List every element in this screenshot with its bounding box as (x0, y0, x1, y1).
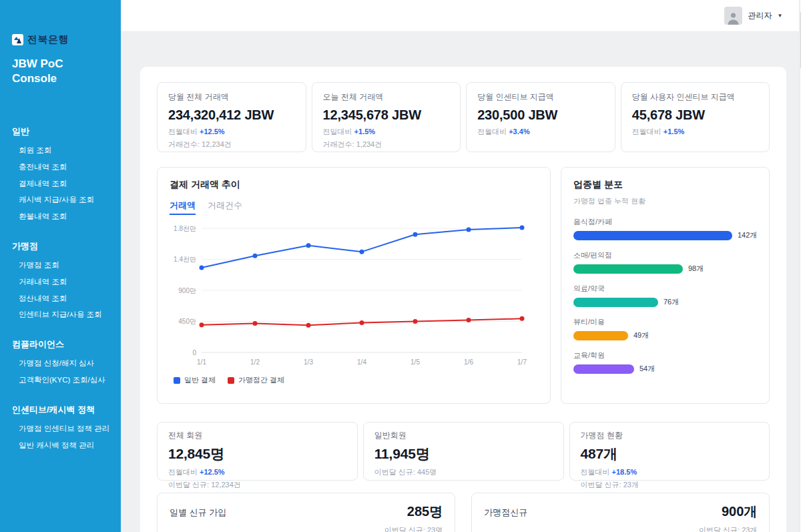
legend-item-merchant-payment: 가맹점간 결제 (228, 375, 284, 385)
nav-item-merchant-search[interactable]: 가맹점 조회 (12, 260, 111, 272)
stat-card-month-total-volume: 당월 전체 거래액 234,320,412 JBW 전월대비+12.5% 거래건… (157, 82, 306, 152)
card-value-block: 285명 이번달 신규: 23명 (384, 503, 443, 532)
svg-text:1/7: 1/7 (517, 358, 527, 366)
merchant-new-card: 가맹점신규 900개 이번달 신규: 23개 (471, 493, 770, 532)
chevron-down-icon: ▼ (777, 13, 782, 19)
card-label: 가맹점신규 (484, 503, 527, 532)
stat-change: 전일대비+1.5% (323, 127, 450, 137)
industry-bar: 98개 (573, 264, 757, 274)
industry-bar-label: 소매/편의점 (573, 250, 757, 260)
svg-text:1/6: 1/6 (464, 358, 473, 366)
nav-section-merchant: 가맹점 (12, 240, 111, 252)
card-label: 일별 신규 가입 (170, 503, 226, 532)
tab-transaction-amount[interactable]: 거래액 (170, 200, 196, 215)
stat-value: 285명 (407, 503, 443, 521)
stat-label: 당월 인센티브 지급액 (477, 91, 604, 103)
industry-bar-count: 54개 (639, 364, 655, 374)
dashboard-panel: 당월 전체 거래액 234,320,412 JBW 전월대비+12.5% 거래건… (140, 67, 786, 532)
console-title: JBW PoC Console (12, 57, 85, 87)
industry-bar-count: 76개 (663, 297, 679, 307)
industry-bar-count: 98개 (688, 264, 704, 274)
stat-change: 전월대비+18.5% (581, 467, 759, 477)
content: 당월 전체 거래액 234,320,412 JBW 전월대비+12.5% 거래건… (121, 32, 801, 532)
stat-value: 230,500 JBW (477, 107, 604, 123)
industry-bar-fill (573, 298, 658, 307)
legend-swatch-blue (174, 377, 180, 384)
nav-item-cashback-history[interactable]: 캐시백 지급/사용 조회 (12, 194, 111, 206)
industry-bar-fill (573, 364, 634, 374)
svg-text:1.4천만: 1.4천만 (174, 256, 196, 263)
stat-value: 45,678 JBW (632, 107, 759, 123)
industry-bar: 54개 (573, 364, 757, 374)
svg-text:1/5: 1/5 (411, 358, 420, 366)
tab-transaction-count[interactable]: 거래건수 (208, 200, 242, 215)
svg-text:1.8천만: 1.8천만 (174, 225, 196, 232)
nav-item-member-search[interactable]: 회원 조회 (12, 145, 111, 157)
stat-change: 전월대비+3.4% (477, 127, 604, 137)
stat-label: 가맹점 현황 (581, 430, 759, 441)
member-general-card: 일반회원 11,945명 이번달 신규: 445명 (363, 422, 564, 481)
stat-change: 전월대비+1.5% (632, 127, 759, 137)
stat-sub: 거래건수: 12,234건 (168, 140, 295, 150)
svg-text:450만: 450만 (178, 318, 196, 325)
nav-item-merchant-review[interactable]: 가맹점 신청/해지 심사 (12, 358, 111, 370)
stat-sub: 이번달 신규: 12,234건 (168, 480, 346, 490)
nav-item-kyc-review[interactable]: 고객확인(KYC) 조회/심사 (12, 374, 111, 386)
chart-tabs: 거래액 거래건수 (170, 200, 538, 215)
stat-value: 900개 (722, 503, 757, 521)
stat-sub: 이번달 신규: 23개 (699, 525, 757, 532)
nav-item-refund-history[interactable]: 환불내역 조회 (12, 211, 111, 223)
stat-sub: 이번달 신규: 23명 (384, 525, 443, 532)
industry-title: 업종별 분포 (573, 179, 757, 191)
nav-item-merchant-incentive-policy[interactable]: 가맹점 인센티브 정책 관리 (12, 423, 111, 435)
svg-text:1/4: 1/4 (357, 358, 366, 366)
stat-value: 12,845명 (168, 445, 346, 463)
bank-logo: 전북은행 (12, 33, 111, 46)
chart-legend: 일반 결제 가맹점간 결제 (170, 375, 538, 385)
stat-card-month-user-incentive: 당월 사용자 인센티브 지급액 45,678 JBW 전월대비+1.5% (621, 82, 770, 152)
nav-item-incentive-history[interactable]: 인센티브 지급/사용 조회 (12, 309, 111, 321)
industry-bar-fill (573, 231, 732, 240)
main-area: 관리자 ▼ 당월 전체 거래액 234,320,412 JBW 전월대비+12.… (121, 0, 801, 532)
svg-text:0: 0 (192, 349, 196, 356)
industry-bar-fill (573, 331, 628, 340)
user-menu[interactable]: 관리자 ▼ (724, 7, 782, 25)
industry-subtitle: 가맹점 업종 누적 현황 (573, 196, 757, 206)
payment-trend-line-chart: 0450만900만1.4천만1.8천만1/11/21/31/41/51/61/7 (170, 220, 530, 371)
nav-section-compliance: 컴플라이언스 (12, 338, 111, 350)
stat-sub: 이번달 신규: 445명 (374, 467, 553, 477)
industry-bar-count: 49개 (633, 330, 649, 340)
daily-signup-card: 일별 신규 가입 285명 이번달 신규: 23명 (157, 493, 455, 532)
merchant-status-card: 가맹점 현황 487개 전월대비+18.5% 이번달 신규: 23개 (569, 422, 770, 481)
nav-section-policy: 인센티브/캐시백 정책 (12, 404, 111, 416)
bank-name: 전북은행 (27, 33, 69, 46)
stat-label: 일반회원 (374, 430, 553, 441)
nav-item-general-cashback-policy[interactable]: 일반 캐시백 정책 관리 (12, 440, 111, 452)
member-total-card: 전체 회원 12,845명 전월대비+12.5% 이번달 신규: 12,234건 (157, 422, 358, 481)
industry-bar-row: 뷰티/미용49개 (573, 317, 757, 340)
stat-value: 11,945명 (374, 445, 553, 463)
industry-bar-row: 교육/학원54개 (573, 350, 757, 374)
sidebar-nav: 일반 회원 조회 충전내역 조회 결제내역 조회 캐시백 지급/사용 조회 환불… (12, 125, 111, 452)
industry-bar-label: 음식점/카페 (573, 217, 757, 227)
nav-item-settlement-history[interactable]: 정산내역 조회 (12, 293, 111, 305)
industry-distribution-card: 업종별 분포 가맹점 업종 누적 현황 음식점/카페142개소매/편의점98개의… (561, 167, 770, 404)
industry-bar-row: 소매/편의점98개 (573, 250, 757, 274)
member-card-row: 전체 회원 12,845명 전월대비+12.5% 이번달 신규: 12,234건… (157, 422, 770, 481)
nav-item-charge-history[interactable]: 충전내역 조회 (12, 162, 111, 174)
topbar: 관리자 ▼ (121, 0, 801, 32)
user-avatar-icon (724, 7, 742, 25)
nav-item-transaction-history[interactable]: 거래내역 조회 (12, 276, 111, 288)
bank-logo-icon (12, 34, 23, 45)
payment-trend-card: 결제 거래액 추이 거래액 거래건수 0450만900만1.4천만1.8천만1/… (157, 167, 551, 404)
svg-text:1/1: 1/1 (197, 358, 206, 366)
stat-value: 234,320,412 JBW (168, 107, 295, 123)
industry-bar-row: 의료/약국76개 (573, 284, 757, 307)
industry-bar-fill (573, 264, 683, 274)
bottom-card-row: 일별 신규 가입 285명 이번달 신규: 23명 가맹점신규 900개 이번달… (157, 493, 770, 532)
stat-value: 487개 (581, 445, 759, 463)
stat-card-today-total-volume: 오늘 전체 거래액 12,345,678 JBW 전일대비+1.5% 거래건수:… (312, 82, 461, 152)
stat-change: 전월대비+12.5% (168, 127, 295, 137)
nav-item-payment-history[interactable]: 결제내역 조회 (12, 178, 111, 190)
stat-sub: 이번달 신규: 23개 (581, 480, 759, 490)
